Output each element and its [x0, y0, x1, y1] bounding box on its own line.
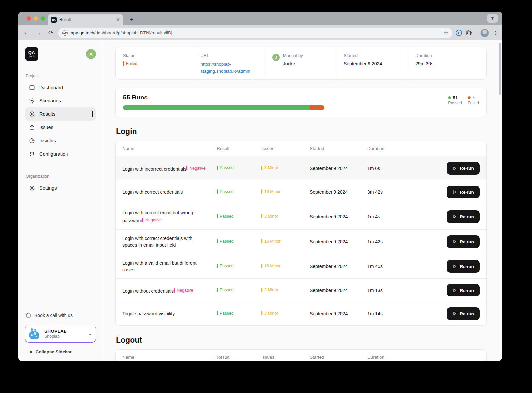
- collapse-sidebar-button[interactable]: « Collapse Sidebar: [30, 349, 96, 354]
- sidebar-item-label: Insights: [39, 138, 56, 143]
- test-row[interactable]: Login with correct credentials with spac…: [116, 229, 486, 254]
- site-settings-icon[interactable]: [62, 30, 68, 36]
- manual-by-value: Jocke: [283, 61, 303, 66]
- bookmark-star-icon[interactable]: ☆: [444, 30, 448, 36]
- sidebar-item-settings[interactable]: Settings: [25, 181, 96, 195]
- trigger-user-avatar: J: [272, 54, 280, 61]
- qa-tech-logo[interactable]: QA tech: [25, 47, 38, 61]
- tab-search-button[interactable]: ▼: [487, 14, 498, 23]
- negative-badge: Negative: [174, 287, 193, 293]
- sidebar-item-issues[interactable]: Issues: [25, 121, 96, 134]
- re-run-button[interactable]: Re-run: [447, 186, 480, 198]
- issues-badge[interactable]: 3 Minor: [261, 214, 278, 219]
- close-window-button[interactable]: [27, 16, 31, 21]
- started-value: September 9 2024: [344, 61, 400, 66]
- page-scrollbar[interactable]: [499, 43, 501, 95]
- browser-tab[interactable]: QA Result ✕: [48, 14, 123, 25]
- browser-tab-strip: QA Result ✕ + ▼: [18, 12, 502, 25]
- section-title-logout: Logout: [116, 336, 487, 345]
- started-cell: September 9 2024: [310, 166, 367, 171]
- result-badge: Passed: [217, 311, 234, 316]
- table-header: Name Result Issues Started Duration: [116, 141, 486, 156]
- zoom-window-button[interactable]: [41, 16, 45, 21]
- failed-dot-icon: [468, 96, 471, 99]
- section-title-login: Login: [116, 127, 487, 136]
- re-run-button[interactable]: Re-run: [447, 210, 480, 223]
- dashboard-icon: [29, 85, 35, 91]
- result-badge: Passed: [217, 239, 234, 244]
- issues-badge[interactable]: 16 Minor: [261, 264, 281, 268]
- onepassword-extension-icon[interactable]: [456, 30, 462, 36]
- run-summary-card: Status Failed URL https://shoplab- stagi…: [115, 47, 487, 80]
- manual-by-label: Manual by: [283, 53, 303, 58]
- duration-cell: 1m 6s: [367, 166, 440, 171]
- re-run-button[interactable]: Re-run: [447, 235, 480, 248]
- reload-button[interactable]: ⟳: [46, 29, 55, 37]
- url-bar[interactable]: app.qa.tech/dashboard/p/shoplab_DTNi/res…: [58, 28, 452, 38]
- test-row[interactable]: Login with correct email but wrong passw…: [116, 204, 486, 229]
- tab-title: Result: [59, 17, 113, 22]
- result-badge: Passed: [217, 165, 234, 170]
- text-caret: [92, 111, 93, 117]
- runs-overview-card: 55 Runs 51 Passed 4 Failed: [115, 88, 487, 117]
- issues-badge[interactable]: 16 Minor: [261, 189, 281, 194]
- started-cell: September 9 2024: [310, 239, 367, 244]
- window-controls: [27, 16, 45, 21]
- status-label: Status: [123, 53, 186, 58]
- sidebar-item-label: Settings: [39, 185, 57, 191]
- test-row[interactable]: Login with a valid email but different c…: [116, 254, 486, 279]
- re-run-button[interactable]: Re-run: [447, 284, 480, 296]
- collapse-sidebar-label: Collapse Sidebar: [36, 349, 72, 354]
- workspace-selector[interactable]: SHOPLAB Shoplab ⌄: [25, 325, 96, 343]
- sidebar-item-insights[interactable]: Insights: [25, 134, 96, 147]
- toolbar-divider: [476, 30, 476, 36]
- test-row[interactable]: Toggle password visibilityPassed3 MinorS…: [116, 302, 486, 325]
- sidebar: QA tech A Project Dashboard Scenarios Re…: [18, 40, 103, 361]
- user-avatar[interactable]: A: [86, 49, 96, 59]
- workspace-name: SHOPLAB: [44, 329, 84, 334]
- sidebar-item-configuration[interactable]: Configuration: [25, 147, 96, 161]
- issues-badge[interactable]: 16 Minor: [261, 239, 281, 244]
- forward-button[interactable]: →: [34, 29, 43, 37]
- pie-chart-icon: [29, 138, 35, 144]
- re-run-button[interactable]: Re-run: [447, 307, 480, 320]
- duration-cell: 1m 4s: [367, 214, 440, 219]
- started-cell: September 9 2024: [310, 288, 367, 293]
- extensions-puzzle-icon[interactable]: [466, 30, 472, 36]
- target-url-link[interactable]: https://shoplab- staging.shoplab.io/admi…: [200, 61, 257, 75]
- started-cell: September 9 2024: [310, 189, 367, 195]
- sidebar-item-label: Dashboard: [39, 85, 63, 90]
- workspace-subtitle: Shoplab: [44, 334, 84, 339]
- test-name: Login with incorrect credentialsNegative: [122, 164, 217, 172]
- duration-value: 29m 30s: [415, 61, 479, 66]
- test-row[interactable]: Login with correct credentialsPassed16 M…: [116, 180, 486, 204]
- sidebar-item-results[interactable]: Results: [25, 107, 96, 121]
- re-run-button[interactable]: Re-run: [447, 162, 480, 175]
- issues-badge[interactable]: 3 Minor: [261, 165, 278, 170]
- organization-group-label: Organization: [26, 174, 96, 179]
- chevrons-left-icon: «: [30, 349, 32, 354]
- play-circle-icon: [29, 111, 35, 117]
- sidebar-item-dashboard[interactable]: Dashboard: [25, 81, 96, 94]
- book-call-link[interactable]: Book a call with us: [25, 311, 96, 320]
- passed-dot-icon: [448, 96, 451, 99]
- result-badge: Passed: [217, 214, 234, 219]
- back-button[interactable]: ←: [22, 29, 31, 37]
- re-run-button[interactable]: Re-run: [447, 260, 480, 273]
- browser-menu-icon[interactable]: ⋮: [493, 30, 498, 36]
- test-name: Toggle password visibility: [122, 310, 217, 317]
- test-name: Login with correct credentials with spac…: [122, 235, 217, 249]
- duration-label: Duration: [415, 53, 479, 58]
- minimize-window-button[interactable]: [34, 16, 38, 21]
- tab-close-icon[interactable]: ✕: [116, 17, 120, 22]
- url-text: app.qa.tech/dashboard/p/shoplab_DTNi/res…: [71, 30, 441, 35]
- browser-profile-avatar[interactable]: [480, 29, 489, 37]
- test-row[interactable]: Login with incorrect credentialsNegative…: [116, 156, 486, 180]
- sidebar-item-scenarios[interactable]: Scenarios: [25, 94, 96, 107]
- issues-badge[interactable]: 3 Minor: [261, 288, 278, 292]
- test-row[interactable]: Login without credentialsNegativePassed3…: [116, 278, 486, 302]
- runs-count-title: 55 Runs: [123, 94, 324, 101]
- issues-badge[interactable]: 3 Minor: [261, 311, 278, 316]
- new-tab-button[interactable]: +: [127, 15, 136, 24]
- project-group-label: Project: [26, 74, 96, 78]
